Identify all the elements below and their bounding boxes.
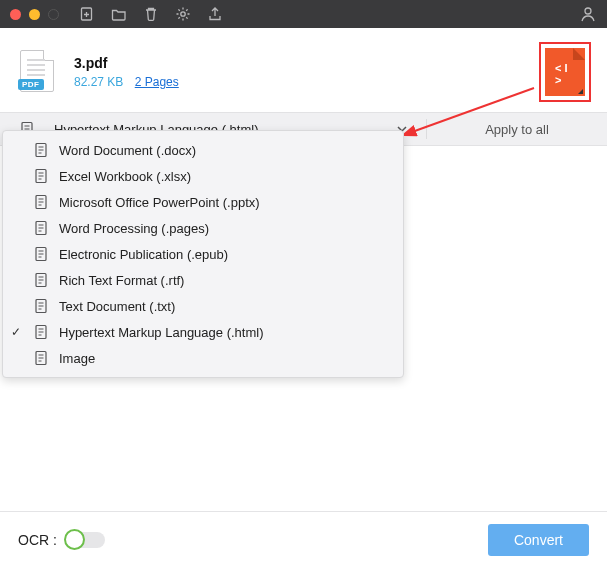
- file-row: PDF 3.pdf 82.27 KB 2 Pages < I >: [0, 28, 607, 112]
- format-option[interactable]: Excel Workbook (.xlsx): [3, 163, 403, 189]
- pages-link[interactable]: 2 Pages: [135, 75, 179, 89]
- format-option[interactable]: Electronic Publication (.epub): [3, 241, 403, 267]
- format-option[interactable]: Word Document (.docx): [3, 137, 403, 163]
- ocr-toggle[interactable]: [65, 532, 105, 548]
- format-option-label: Text Document (.txt): [59, 299, 175, 314]
- document-type-icon: [33, 272, 49, 288]
- minimize-window-button[interactable]: [29, 9, 40, 20]
- format-dropdown[interactable]: Word Document (.docx)Excel Workbook (.xl…: [2, 130, 404, 378]
- format-option-label: Hypertext Markup Language (.html): [59, 325, 263, 340]
- file-subtitle: 82.27 KB 2 Pages: [74, 75, 179, 89]
- account-icon[interactable]: [579, 5, 597, 23]
- apply-to-all-button[interactable]: Apply to all: [427, 122, 607, 137]
- toolbar-icons: [79, 6, 223, 22]
- document-type-icon: [33, 142, 49, 158]
- trash-icon[interactable]: [143, 6, 159, 22]
- file-info: 3.pdf 82.27 KB 2 Pages: [74, 55, 179, 89]
- format-option[interactable]: Rich Text Format (.rtf): [3, 267, 403, 293]
- document-type-icon: [33, 220, 49, 236]
- html-code-glyph: < I >: [555, 62, 575, 86]
- toggle-knob: [64, 529, 85, 550]
- document-type-icon: [33, 246, 49, 262]
- format-option[interactable]: Word Processing (.pages): [3, 215, 403, 241]
- file-size: 82.27 KB: [74, 75, 123, 89]
- export-icon[interactable]: [207, 6, 223, 22]
- format-option-label: Electronic Publication (.epub): [59, 247, 228, 262]
- document-type-icon: [33, 194, 49, 210]
- format-option-label: Rich Text Format (.rtf): [59, 273, 184, 288]
- close-window-button[interactable]: [10, 9, 21, 20]
- gear-icon[interactable]: [175, 6, 191, 22]
- dropdown-corner-icon: [578, 89, 583, 94]
- convert-button[interactable]: Convert: [488, 524, 589, 556]
- format-option-label: Word Processing (.pages): [59, 221, 209, 236]
- footer: OCR : Convert: [0, 511, 607, 567]
- window-controls: [10, 9, 59, 20]
- document-type-icon: [33, 324, 49, 340]
- html-file-icon: < I >: [545, 48, 585, 96]
- format-option[interactable]: Text Document (.txt): [3, 293, 403, 319]
- format-option-label: Microsoft Office PowerPoint (.pptx): [59, 195, 260, 210]
- format-option-label: Excel Workbook (.xlsx): [59, 169, 191, 184]
- svg-point-1: [181, 12, 185, 16]
- pdf-file-icon: PDF: [20, 50, 56, 94]
- maximize-window-button[interactable]: [48, 9, 59, 20]
- file-name: 3.pdf: [74, 55, 179, 71]
- output-format-tile[interactable]: < I >: [539, 42, 591, 102]
- format-option[interactable]: ✓Hypertext Markup Language (.html): [3, 319, 403, 345]
- check-icon: ✓: [9, 325, 23, 339]
- format-option-label: Word Document (.docx): [59, 143, 196, 158]
- document-type-icon: [33, 350, 49, 366]
- document-type-icon: [33, 298, 49, 314]
- pdf-badge: PDF: [18, 79, 44, 90]
- document-type-icon: [33, 168, 49, 184]
- add-file-icon[interactable]: [79, 6, 95, 22]
- format-option-label: Image: [59, 351, 95, 366]
- format-option[interactable]: Image: [3, 345, 403, 371]
- folder-icon[interactable]: [111, 6, 127, 22]
- annotation-arrow-icon: [404, 86, 607, 567]
- format-option[interactable]: Microsoft Office PowerPoint (.pptx): [3, 189, 403, 215]
- ocr-label: OCR :: [18, 532, 57, 548]
- titlebar: [0, 0, 607, 28]
- svg-point-2: [585, 8, 591, 14]
